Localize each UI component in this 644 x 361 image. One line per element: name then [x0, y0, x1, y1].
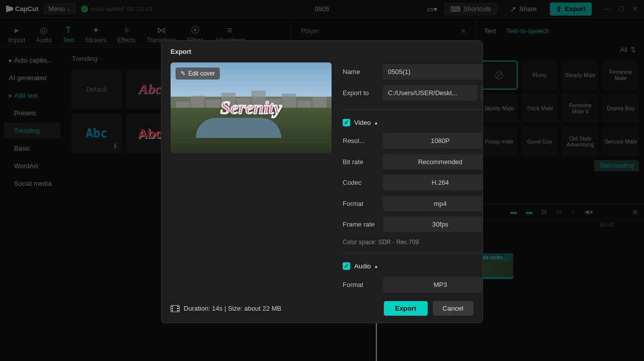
- row-bitrate: Bit rateRecommended: [343, 152, 482, 171]
- colorspace-text: Color space: SDR - Rec.709: [343, 239, 482, 246]
- modal-footer: Duration: 14s | Size: about 22 MB Export…: [162, 294, 482, 323]
- modal-title: Export: [162, 41, 482, 62]
- row-resolution: Resol...1080P: [343, 131, 482, 151]
- film-icon: [171, 305, 180, 312]
- row-codec: CodecH.264: [343, 173, 482, 192]
- row-fps: Frame rate30fps: [343, 215, 482, 234]
- modal-body: Serenity ✎Edit cover Name Export to 🗀 ✓ …: [162, 62, 482, 294]
- duration-text: Duration: 14s | Size: about 22 MB: [184, 305, 281, 312]
- video-section-label: Video: [354, 119, 371, 126]
- collapse-icon[interactable]: ▴: [375, 263, 377, 269]
- checkbox-video[interactable]: ✓: [343, 119, 350, 126]
- select-fps[interactable]: 30fps: [383, 216, 482, 232]
- edit-cover-button[interactable]: ✎Edit cover: [176, 67, 220, 80]
- label-codec: Codec: [343, 179, 383, 186]
- cancel-button[interactable]: Cancel: [433, 301, 474, 316]
- edit-cover-label: Edit cover: [188, 70, 215, 77]
- select-bitrate[interactable]: Recommended: [383, 154, 482, 170]
- label-name: Name: [343, 68, 383, 76]
- select-aformat[interactable]: MP3: [383, 277, 482, 293]
- label-bitrate: Bit rate: [343, 158, 383, 166]
- row-format: Formatmp4: [343, 194, 482, 213]
- select-codec[interactable]: H.264: [383, 175, 482, 190]
- checkbox-audio[interactable]: ✓: [343, 262, 350, 270]
- select-resolution[interactable]: 1080P: [383, 133, 482, 149]
- row-aformat: FormatMP3: [343, 275, 482, 294]
- audio-section-label: Audio: [354, 262, 371, 270]
- duration-info: Duration: 14s | Size: about 22 MB: [171, 305, 281, 312]
- export-form: Name Export to 🗀 ✓ Video ▴ Resol...1080P…: [343, 62, 482, 294]
- label-exportto: Export to: [343, 89, 383, 97]
- select-format[interactable]: mp4: [383, 196, 482, 211]
- label-format: Format: [343, 200, 383, 207]
- label-aformat: Format: [343, 281, 383, 288]
- cover-preview: Serenity ✎Edit cover: [171, 62, 332, 153]
- row-name: Name: [343, 62, 482, 82]
- preview-column: Serenity ✎Edit cover: [171, 62, 332, 294]
- preview-text: Serenity: [220, 97, 282, 118]
- export-confirm-button[interactable]: Export: [384, 301, 427, 316]
- row-export-to: Export to 🗀: [343, 84, 482, 103]
- input-name[interactable]: [383, 64, 482, 80]
- audio-section-head[interactable]: ✓ Audio ▴: [343, 262, 482, 270]
- pencil-icon: ✎: [181, 70, 186, 77]
- input-exportto[interactable]: [383, 85, 477, 101]
- export-modal: Export Serenity ✎Edit cover Name Export …: [161, 40, 483, 323]
- video-section-head[interactable]: ✓ Video ▴: [343, 119, 482, 126]
- collapse-icon[interactable]: ▴: [375, 120, 377, 125]
- browse-folder-button[interactable]: 🗀: [480, 85, 482, 101]
- label-fps: Frame rate: [343, 221, 383, 228]
- label-resolution: Resol...: [343, 137, 383, 145]
